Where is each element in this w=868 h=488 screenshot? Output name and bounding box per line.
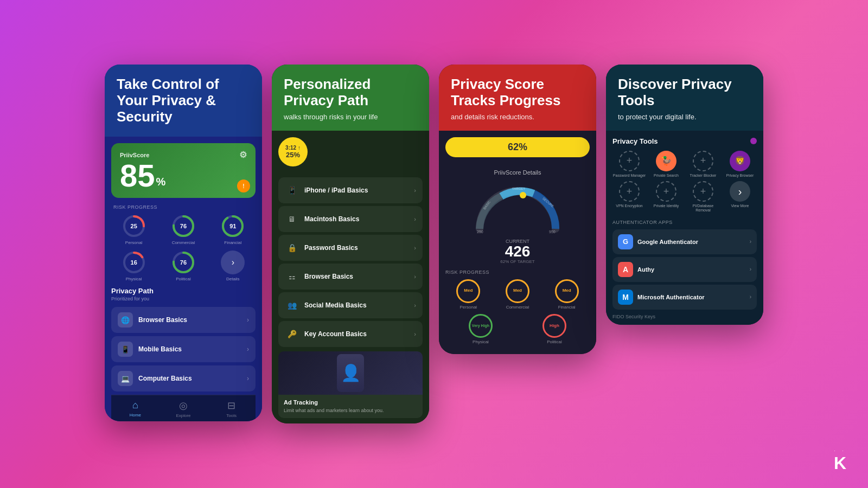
browser-label: Browser Basics [304, 273, 414, 280]
risk-label-3: Risk Progress [445, 269, 590, 275]
gauge-svg: 250 950 BASIC TARGET SECURE [469, 180, 566, 234]
menu-browser[interactable]: ⚏ Browser Basics › [278, 264, 423, 290]
card-2-body: 3:12 ↑ 25% 📱 iPhone / iPad Basics › 🖥 Ma… [272, 131, 429, 424]
menu-mobile-basics[interactable]: 📱 Mobile Basics › [111, 336, 256, 362]
authenticator-section: Authenticator Apps G Google Authenticato… [612, 220, 757, 319]
authy-name: Authy [637, 266, 750, 273]
privacy-browser-icon: 🦁 [730, 151, 750, 171]
priiv-score-label: PriivScore ⚙ [120, 150, 247, 160]
private-identity-label: Private Identity [654, 204, 679, 208]
tool-view-more[interactable]: › View More [723, 181, 757, 213]
svg-text:TARGET: TARGET [512, 187, 525, 190]
risk-financial-circle: Med [555, 279, 579, 303]
priiv-score-box: PriivScore ⚙ 85 % ! [111, 143, 256, 198]
circle-physical-value: 16 [131, 259, 137, 266]
circle-financial: 91 Financial [221, 214, 245, 245]
google-auth-arrow: › [750, 239, 751, 245]
fido-label: FIDO Security Keys [612, 314, 757, 319]
circle-ring-personal: 25 [122, 214, 146, 238]
tool-private-search[interactable]: 🦆 Private Search [649, 151, 683, 178]
password-icon: 🔒 [285, 241, 299, 255]
circle-personal-label: Personal [125, 240, 143, 245]
tool-vpn[interactable]: + VPN Encryption [612, 181, 646, 213]
explore-tab-icon: ◎ [179, 400, 188, 412]
home-tab-icon: ⌂ [132, 400, 138, 411]
score-pill-text: 62% [508, 142, 527, 152]
menu-macintosh[interactable]: 🖥 Macintosh Basics › [278, 206, 423, 232]
auth-authy[interactable]: A Authy › [612, 257, 757, 282]
card-3-body: 62% PriivScore Details 250 [439, 131, 596, 354]
computer-basics-icon: 💻 [118, 371, 133, 386]
circle-personal: 25 Personal [122, 214, 146, 245]
score-percent: % [156, 176, 166, 187]
tool-password-manager[interactable]: + Password Manager [612, 151, 646, 178]
ad-tracking-box[interactable]: 👤 Ad Tracking Limit what ads and markete… [278, 351, 423, 419]
circle-personal-value: 25 [131, 223, 137, 229]
ad-tracking-info: Ad Tracking Limit what ads and marketers… [278, 395, 423, 419]
risk-physical-label: Physical [473, 339, 489, 344]
circle-financial-label: Financial [224, 240, 241, 245]
risk-progress-3: Risk Progress Med Personal Med Commercia… [445, 269, 590, 344]
circle-ring-political: 76 [171, 251, 195, 274]
tool-private-identity[interactable]: + Private Identity [649, 181, 683, 213]
privacy-tools-title: Privacy Tools [612, 137, 658, 145]
card-2-header: Personalized Privacy Path walks through … [272, 65, 429, 131]
password-label: Password Basics [304, 244, 414, 252]
macintosh-icon: 🖥 [285, 212, 299, 226]
card-4-subtitle: to protect your digital life. [618, 112, 751, 122]
ad-tracking-title: Ad Tracking [284, 399, 417, 406]
authy-icon: A [618, 262, 633, 277]
menu-key-account[interactable]: 🔑 Key Account Basics › [278, 321, 423, 347]
menu-iphone-ipad[interactable]: 📱 iPhone / iPad Basics › [278, 177, 423, 203]
menu-password[interactable]: 🔒 Password Basics › [278, 235, 423, 261]
timer-percent: 25% [286, 151, 300, 159]
circle-physical: 16 Physical [122, 251, 146, 281]
card-3-title: Privacy Score Tracks Progress [451, 76, 584, 109]
privacy-path-title: Privacy Path [111, 287, 256, 295]
tool-privacy-browser[interactable]: 🦁 Privacy Browser [723, 151, 757, 178]
iphone-ipad-arrow: › [414, 187, 416, 194]
menu-social[interactable]: 👥 Social Media Basics › [278, 292, 423, 318]
risk-personal-label: Personal [460, 305, 477, 310]
tab-home[interactable]: ⌂ Home [111, 400, 159, 418]
risk-commercial-label: Commercial [506, 305, 529, 310]
auth-google[interactable]: G Google Authenticator › [612, 229, 757, 254]
tab-tools[interactable]: ⊟ Tools [207, 400, 256, 418]
timer-time: 3:12 ↑ [285, 145, 301, 151]
circle-political-value: 76 [180, 259, 187, 266]
view-more-icon: › [730, 181, 750, 202]
menu-computer-basics[interactable]: 💻 Computer Basics › [111, 365, 256, 391]
risk-physical: Very High Physical [469, 314, 493, 344]
browser-basics-icon: 🌐 [118, 312, 133, 328]
tab-explore[interactable]: ◎ Explore [159, 400, 208, 418]
private-search-label: Private Search [654, 174, 679, 178]
risk-personal-circle: Med [456, 279, 480, 303]
circles-row-top: 25 Personal 76 Commercial 91 [111, 214, 256, 245]
phones-container: Take Control of Your Privacy & Security … [94, 54, 774, 435]
circle-financial-value: 91 [229, 223, 236, 229]
google-auth-icon: G [618, 234, 633, 249]
key-account-arrow: › [414, 331, 416, 337]
auth-microsoft[interactable]: M Microsoft Authenticator › [612, 285, 757, 310]
risk-political-label: Political [547, 339, 562, 344]
details-arrow[interactable]: › [221, 251, 245, 274]
tracker-blocker-label: Tracker Blocker [690, 174, 717, 178]
iphone-ipad-icon: 📱 [285, 183, 299, 197]
circle-political-label: Political [176, 277, 191, 281]
authy-arrow: › [750, 266, 751, 272]
gear-icon[interactable]: ⚙ [239, 150, 247, 160]
add-password-icon: + [619, 151, 640, 171]
privacy-path-section: Privacy Path Prioritized for you 🌐 Brows… [111, 287, 256, 391]
circle-details[interactable]: › Details [221, 251, 245, 281]
menu-browser-basics[interactable]: 🌐 Browser Basics › [111, 307, 256, 333]
view-more-label: View More [731, 204, 749, 208]
bottom-tabs: ⌂ Home ◎ Explore ⊟ Tools [111, 395, 256, 421]
tool-tracker-blocker[interactable]: + Tracker Blocker [686, 151, 720, 178]
add-identity-icon: + [656, 181, 676, 202]
svg-text:250: 250 [477, 230, 483, 234]
tool-pi-removal[interactable]: + PI/Database Removal [686, 181, 720, 213]
microsoft-auth-icon: M [618, 290, 633, 305]
mobile-basics-arrow: › [247, 345, 249, 353]
svg-text:950: 950 [549, 230, 556, 234]
k-logo-dots: · · [834, 448, 846, 453]
